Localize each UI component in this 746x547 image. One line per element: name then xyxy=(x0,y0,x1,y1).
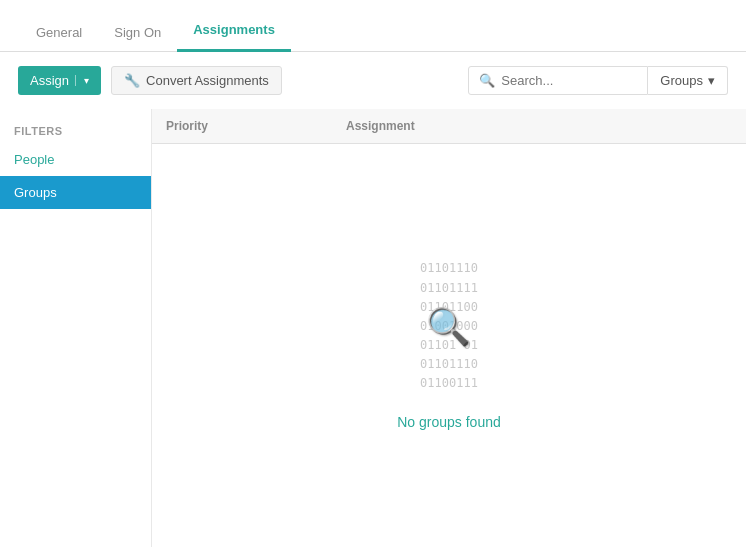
convert-label: Convert Assignments xyxy=(146,73,269,88)
tab-sign-on[interactable]: Sign On xyxy=(98,11,177,52)
filters-label: FILTERS xyxy=(0,119,151,143)
empty-state: 01101110 01101111 01101100 01001000 0110… xyxy=(152,144,746,545)
table-header: Priority Assignment xyxy=(152,109,746,144)
wrench-icon: 🔧 xyxy=(124,73,140,88)
groups-dropdown[interactable]: Groups ▾ xyxy=(648,66,728,95)
no-groups-message: No groups found xyxy=(397,414,501,430)
sidebar-item-people[interactable]: People xyxy=(0,143,151,176)
magnify-icon: 🔍 xyxy=(426,298,471,356)
tabs-bar: General Sign On Assignments xyxy=(0,0,746,52)
toolbar: Assign ▾ 🔧 Convert Assignments 🔍 Groups … xyxy=(0,52,746,109)
assign-label: Assign xyxy=(30,73,69,88)
convert-assignments-button[interactable]: 🔧 Convert Assignments xyxy=(111,66,282,95)
search-box: 🔍 xyxy=(468,66,648,95)
sidebar: FILTERS People Groups xyxy=(0,109,152,547)
tab-general[interactable]: General xyxy=(20,11,98,52)
search-input[interactable] xyxy=(501,73,637,88)
groups-dropdown-label: Groups xyxy=(660,73,703,88)
main-content: FILTERS People Groups Priority Assignmen… xyxy=(0,109,746,547)
col-assignment-header: Assignment xyxy=(346,119,732,133)
empty-state-binary: 01101110 01101111 01101100 01001000 0110… xyxy=(420,259,478,393)
dropdown-caret-icon: ▾ xyxy=(708,73,715,88)
search-icon: 🔍 xyxy=(479,73,495,88)
binary-line-6: 01101110 xyxy=(420,355,478,374)
toolbar-right: 🔍 Groups ▾ xyxy=(468,66,728,95)
sidebar-item-groups[interactable]: Groups xyxy=(0,176,151,209)
col-priority-header: Priority xyxy=(166,119,346,133)
assign-button[interactable]: Assign ▾ xyxy=(18,66,101,95)
table-area: Priority Assignment 01101110 01101111 01… xyxy=(152,109,746,547)
binary-line-7: 01100111 xyxy=(420,374,478,393)
assign-caret-icon: ▾ xyxy=(75,75,89,86)
tab-assignments[interactable]: Assignments xyxy=(177,8,291,52)
binary-line-1: 01101110 xyxy=(420,259,478,278)
binary-line-2: 01101111 xyxy=(420,279,478,298)
